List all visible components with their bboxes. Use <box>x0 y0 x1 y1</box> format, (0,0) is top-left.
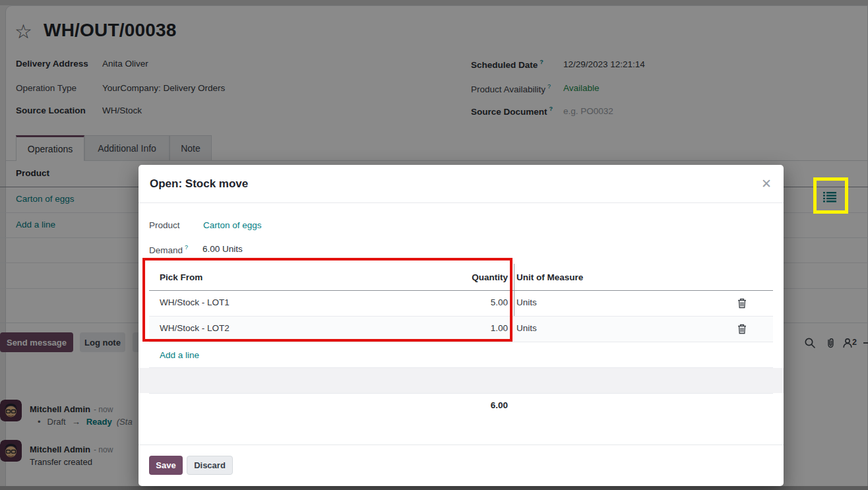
demand-uom: Units <box>222 244 243 254</box>
column-header-uom: Unit of Measure <box>516 272 583 282</box>
delete-row-trash-icon[interactable] <box>733 296 751 311</box>
delete-row-trash-icon[interactable] <box>733 322 751 336</box>
row-divider <box>149 342 773 342</box>
red-highlight-box <box>142 258 512 342</box>
yellow-highlight-box <box>813 177 848 214</box>
uom-cell: Units <box>516 323 537 333</box>
dialog-footer-divider <box>139 444 784 445</box>
uom-cell: Units <box>516 297 537 307</box>
delivery-order-page: ☆ WH/OUT/00038 Delivery Address Anita Ol… <box>0 0 868 490</box>
row-divider <box>149 393 773 394</box>
field-label-product: Product <box>149 220 180 230</box>
empty-row-band <box>139 368 784 393</box>
product-link[interactable]: Carton of eggs <box>203 220 262 230</box>
help-icon: ? <box>185 244 188 251</box>
close-icon[interactable]: ✕ <box>757 175 776 193</box>
add-a-line-link[interactable]: Add a line <box>160 350 199 360</box>
field-label-demand: Demand? <box>149 244 188 255</box>
dialog-title: Open: Stock move <box>150 177 248 191</box>
demand-value[interactable]: 6.00 Units <box>202 244 243 254</box>
quantity-total: 6.00 <box>376 400 508 410</box>
dialog-header-divider <box>139 202 784 203</box>
save-button[interactable]: Save <box>149 456 183 475</box>
discard-button[interactable]: Discard <box>187 456 233 475</box>
